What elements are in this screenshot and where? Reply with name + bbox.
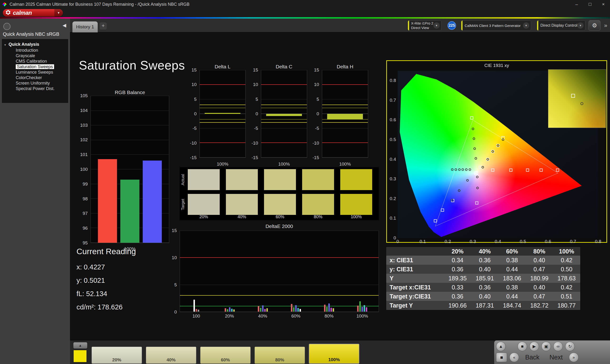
gridline: [322, 70, 368, 70]
bar: [324, 305, 325, 312]
delta-l-chart: Delta L -15-10-5051015 100%: [188, 64, 248, 171]
bar: [143, 161, 162, 243]
sidebar-collapse-button[interactable]: ◀: [63, 22, 66, 28]
pattern-swatch-button[interactable]: 60%: [200, 347, 251, 364]
y-tick-label: 0.3: [390, 176, 396, 182]
tree-item-screen-uniformity[interactable]: Screen Uniformity: [2, 80, 68, 86]
back-button[interactable]: Back: [525, 354, 539, 361]
bar-group: [194, 231, 199, 312]
gridline: [322, 99, 368, 99]
cie-chart-panel[interactable]: CIE 1931 xy 00.10.20.30.40.50.60.70.8 00…: [386, 60, 607, 243]
pattern-window-button[interactable]: ■: [496, 352, 507, 362]
limit-line: [180, 306, 379, 306]
delta-h-chart: Delta H -15-10-5051015 100%: [311, 64, 371, 171]
bar: [266, 114, 302, 116]
pattern-swatch-button[interactable]: 20%: [91, 347, 142, 364]
add-tab-button[interactable]: +: [100, 22, 107, 29]
reading-x: x: 0.4227: [77, 260, 136, 274]
gear-icon[interactable]: ⚙: [589, 20, 600, 31]
x-tick-label: 0.7: [570, 239, 576, 244]
x-axis-label: 100%: [261, 161, 307, 167]
current-reading: Current Reading x: 0.4227 y: 0.5021 fL: …: [77, 247, 136, 314]
y-tick-label: 104: [80, 108, 88, 113]
next-chevron-button[interactable]: »: [569, 352, 579, 362]
pattern-swatch-label: 60%: [200, 357, 250, 363]
tree-root[interactable]: ▾ Quick Analysis: [2, 41, 68, 48]
target-marker: [475, 201, 479, 204]
x-tick-label: 100: [193, 313, 200, 319]
bar: [357, 306, 359, 312]
y-tick-label: 10: [172, 255, 177, 260]
delta-h-plot: [322, 70, 368, 158]
limit-line: [200, 108, 246, 108]
window-controls: – □ ×: [570, 0, 610, 9]
reading-y: y: 0.5021: [77, 274, 136, 287]
bar: [328, 303, 330, 312]
tree-item-grayscale[interactable]: Grayscale: [2, 53, 68, 59]
calman-logo-icon: [5, 10, 11, 16]
pattern-swatch-label: 80%: [255, 357, 305, 363]
next-button[interactable]: Next: [549, 354, 563, 361]
x-axis: 10020%40%60%80%100%: [180, 313, 379, 320]
swatch-col-label: 60%: [264, 214, 296, 219]
pattern-swatch-button[interactable]: 40%: [146, 347, 196, 364]
y-tick-label: -5: [315, 126, 319, 131]
bar-group: [357, 231, 367, 312]
y-tick-label: -10: [252, 141, 258, 146]
continuous-button[interactable]: ∞: [553, 342, 563, 351]
meter-dropdown[interactable]: X-Rite i1Pro 2 Direct View ▼: [408, 20, 441, 31]
measured-marker: [481, 166, 484, 169]
rgb-balance-plot: [91, 96, 169, 243]
y-tick-label: 15: [192, 67, 196, 73]
bar: [327, 114, 363, 119]
tree-item-introduction[interactable]: Introduction: [2, 48, 68, 53]
current-pattern-swatch: [73, 350, 87, 362]
pattern-swatch-button[interactable]: 80%: [255, 347, 305, 364]
play-button[interactable]: ▶: [530, 342, 539, 351]
meter-accent: [408, 21, 409, 30]
collapse-panel-button[interactable]: ▲: [496, 342, 506, 351]
chevron-down-icon[interactable]: ▼: [523, 22, 529, 29]
pattern-swatch-button[interactable]: 100%: [309, 344, 359, 364]
tree-item-cms-calibration[interactable]: CMS Calibration: [2, 59, 68, 64]
pattern-generator-label: CalMAN Client 3 Pattern Generator: [461, 24, 521, 28]
close-button[interactable]: ×: [597, 0, 610, 9]
meter-name: X-Rite i1Pro 2: [411, 21, 433, 26]
display-control-dropdown[interactable]: Direct Display Control ▼: [537, 20, 585, 31]
target-swatch: [340, 194, 372, 215]
pattern-panel-toggle-button[interactable]: ▲: [73, 342, 87, 349]
tree-item-colorchecker[interactable]: ColorChecker: [2, 75, 68, 80]
tree-item-saturation-sweeps[interactable]: Saturation Sweeps: [2, 64, 68, 70]
target-swatch: [264, 194, 296, 215]
tree-item-spectral-power-dist-[interactable]: Spectral Power Dist.: [2, 86, 68, 91]
sidebar-options-button[interactable]: [3, 23, 11, 30]
measured-marker: [458, 189, 460, 192]
stop-button[interactable]: ■: [518, 342, 527, 351]
read-count-badge[interactable]: 225: [447, 21, 456, 30]
tree-expander-icon[interactable]: ▾: [4, 42, 6, 48]
inset-target-square: [571, 94, 575, 98]
minimize-button[interactable]: –: [570, 0, 583, 9]
transport-row-top: ▲ ■▶▣∞↻: [496, 342, 575, 351]
calman-menu-button[interactable]: calman ▼: [3, 9, 63, 17]
y-axis: -15-10-5051015: [188, 70, 198, 158]
advance-icon[interactable]: »: [602, 21, 609, 30]
y-tick-label: 101: [80, 152, 88, 157]
tab-history-1[interactable]: History 1: [72, 21, 98, 32]
y-tick-label: 97: [83, 211, 88, 216]
save-button[interactable]: ▣: [541, 342, 551, 351]
maximize-button[interactable]: □: [583, 0, 597, 9]
bottom-bar: ▲ 20%40%60%80%100% ▲ ■▶▣∞↻ ■ « Back Next…: [70, 340, 610, 364]
pattern-generator-dropdown[interactable]: CalMAN Client 3 Pattern Generator ▼: [461, 20, 531, 31]
back-chevron-button[interactable]: «: [509, 352, 519, 362]
chevron-down-icon[interactable]: ▼: [577, 22, 584, 29]
refresh-button[interactable]: ↻: [565, 342, 575, 351]
chevron-down-icon[interactable]: ▼: [433, 22, 440, 29]
measured-marker: [476, 187, 479, 189]
table-col-header: 80%: [526, 247, 553, 256]
y-tick-label: 15: [314, 67, 319, 73]
bar: [297, 308, 299, 312]
y-tick-label: 0.4: [390, 157, 396, 162]
chevron-down-icon[interactable]: ▼: [54, 9, 63, 17]
tree-item-luminance-sweeps[interactable]: Luminance Sweeps: [2, 70, 68, 75]
